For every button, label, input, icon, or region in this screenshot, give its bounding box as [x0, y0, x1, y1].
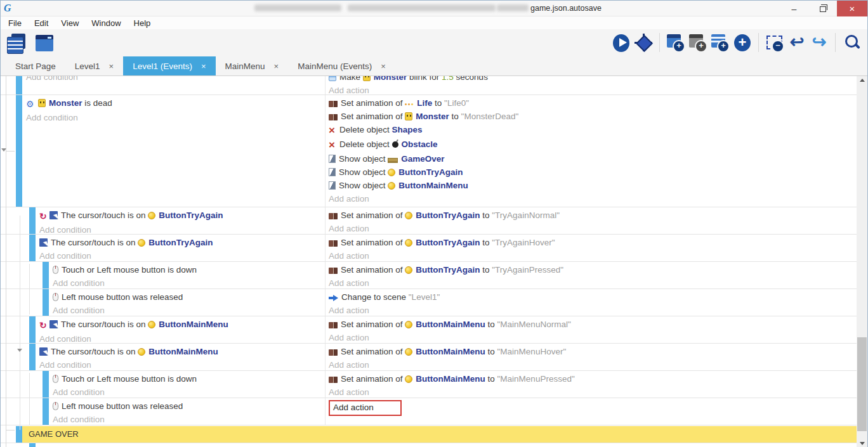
add-condition[interactable]: Add condition — [53, 276, 322, 289]
action-line[interactable]: Set animation of ButtonTryAgain to "TryA… — [329, 209, 854, 222]
text: The cursor/touch is on — [51, 347, 138, 356]
debug-button[interactable] — [634, 32, 653, 53]
add-subevent-button[interactable] — [688, 32, 707, 53]
add-condition[interactable]: Add condition — [26, 111, 322, 124]
search-button[interactable] — [842, 32, 861, 53]
tab-start-page[interactable]: Start Page — [6, 56, 65, 75]
event-row: The cursor/touch is on ButtonMainMenuAdd… — [1, 344, 857, 371]
action-line[interactable]: Set animation of ButtonMainMenu to "Main… — [329, 318, 854, 331]
condition-line[interactable]: The cursor/touch is on ButtonTryAgain — [39, 209, 322, 223]
menu-help[interactable]: Help — [128, 18, 157, 28]
menu-file[interactable]: File — [2, 18, 28, 28]
object-name: ButtonTryAgain — [416, 238, 480, 247]
minimize-button[interactable]: – — [780, 1, 808, 16]
tab-level1[interactable]: Level1× — [65, 56, 123, 75]
redo-button[interactable]: ↪ — [810, 32, 829, 53]
add-action[interactable]: Add action — [329, 276, 854, 289]
text: to — [480, 238, 492, 247]
events-sheet: Add conditionMake Monster blink for 1.5 … — [1, 75, 867, 447]
add-condition[interactable]: Add condition — [53, 385, 322, 398]
condition-line[interactable]: The cursor/touch is on ButtonTryAgain — [39, 236, 322, 249]
event-bar — [29, 316, 36, 343]
action-line[interactable]: Show object ButtonTryAgain — [329, 165, 854, 179]
text: Show object — [339, 167, 388, 177]
gdevelop-logo-icon: G — [4, 1, 11, 15]
add-special-button[interactable] — [733, 32, 752, 53]
scrollbar[interactable] — [857, 76, 867, 447]
undo-button[interactable]: ↩ — [787, 32, 806, 53]
add-action[interactable]: Add action — [329, 84, 854, 95]
action-line[interactable]: Set animation of Life to "Life0" — [329, 96, 854, 110]
add-action[interactable]: Add action — [329, 192, 854, 205]
object-name: ButtonTryAgain — [416, 265, 480, 275]
restore-button[interactable] — [808, 1, 837, 16]
action-line[interactable]: Set animation of ButtonTryAgain to "TryA… — [329, 236, 854, 249]
action-line[interactable]: Show object GameOver — [329, 152, 854, 165]
add-action-highlighted[interactable]: Add action — [329, 400, 402, 416]
event-row: Monster is deadAdd conditionSet animatio… — [1, 95, 857, 207]
add-action[interactable]: Add action — [329, 331, 854, 344]
tab-close-icon[interactable]: × — [274, 62, 279, 71]
play-button[interactable] — [612, 32, 631, 53]
menu-view[interactable]: View — [55, 18, 85, 28]
text: Make — [339, 76, 363, 82]
indent-spacer — [1, 76, 16, 94]
action-line[interactable]: Change to scene "Level1" — [329, 290, 854, 304]
condition-line[interactable]: Touch or Left mouse button is down — [53, 263, 322, 276]
add-condition[interactable]: Add condition — [39, 332, 322, 344]
tab-close-icon[interactable]: × — [381, 62, 386, 71]
add-condition[interactable]: Add condition — [39, 249, 322, 262]
add-event-button[interactable] — [666, 32, 685, 53]
action-line[interactable]: Set animation of ButtonTryAgain to "TryA… — [329, 263, 854, 276]
condition-line[interactable]: The cursor/touch is on ButtonMainMenu — [39, 318, 322, 332]
scroll-down-icon[interactable] — [860, 442, 865, 445]
remove-selection-button[interactable] — [765, 32, 784, 53]
action-line[interactable]: Show object ButtonMainMenu — [329, 179, 854, 192]
condition-line[interactable]: Left mouse button was released — [53, 399, 322, 413]
add-condition[interactable]: Add condition — [53, 304, 322, 316]
add-comment-button[interactable] — [711, 32, 730, 53]
action-line[interactable]: Delete object Shapes — [329, 123, 854, 138]
action-line[interactable]: Set animation of ButtonMainMenu to "Main… — [329, 372, 854, 385]
text: to — [480, 265, 492, 275]
scene-editor-button[interactable] — [34, 32, 55, 54]
add-action[interactable]: Add action — [329, 304, 854, 316]
tab-level1-events-[interactable]: Level1 (Events)× — [123, 56, 215, 75]
indent-spacer — [1, 443, 29, 447]
text: Set animation of — [341, 98, 405, 108]
add-condition[interactable]: Add condition — [39, 223, 322, 235]
tab-mainmenu[interactable]: MainMenu× — [216, 56, 289, 75]
condition-line[interactable]: Left mouse button was released — [53, 290, 322, 304]
comment-row[interactable]: GAME OVER — [1, 425, 857, 443]
object-name: ButtonTryAgain — [148, 238, 213, 247]
close-button[interactable]: × — [837, 1, 867, 16]
action-line[interactable]: Set animation of Monster to "MonsterDead… — [329, 110, 854, 123]
action-line[interactable]: Set animation of ButtonMainMenu to "Main… — [329, 345, 854, 358]
tab-mainmenu-events-[interactable]: MainMenu (Events)× — [288, 56, 395, 75]
add-action[interactable]: Add action — [329, 249, 854, 262]
tab-close-icon[interactable]: × — [201, 62, 206, 71]
add-condition[interactable]: Add condition — [53, 413, 322, 425]
comment-text[interactable]: GAME OVER — [22, 426, 857, 443]
tab-close-icon[interactable]: × — [109, 62, 114, 71]
condition-line[interactable]: Touch or Left mouse button is down — [53, 372, 322, 385]
add-condition[interactable]: Add condition — [26, 76, 322, 84]
object-name: GameOver — [401, 154, 444, 164]
scroll-up-icon[interactable] — [860, 79, 865, 82]
add-condition[interactable]: Add condition — [39, 358, 322, 371]
menu-edit[interactable]: Edit — [28, 18, 55, 28]
add-action[interactable]: Add action — [329, 222, 854, 235]
action-line[interactable]: Delete object Obstacle — [329, 138, 854, 152]
text: Set animation of — [341, 347, 405, 356]
invert-icon — [39, 319, 48, 332]
add-action[interactable]: Add action — [329, 385, 854, 398]
string-param: "MainMenuNormal" — [497, 320, 571, 329]
event-bar — [16, 426, 22, 443]
add-action[interactable]: Add action — [329, 358, 854, 371]
action-line[interactable]: Make Monster blink for 1.5 seconds — [329, 76, 854, 84]
project-manager-button[interactable] — [6, 32, 27, 54]
scrollbar-thumb[interactable] — [857, 337, 867, 431]
menu-window[interactable]: Window — [85, 18, 127, 28]
condition-line[interactable]: Monster is dead — [26, 96, 322, 111]
condition-line[interactable]: The cursor/touch is on ButtonMainMenu — [39, 345, 322, 358]
